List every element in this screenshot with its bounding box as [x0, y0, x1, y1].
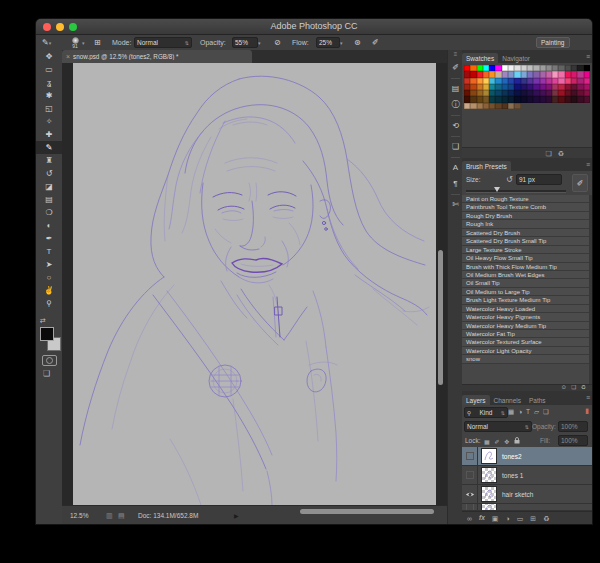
layer-opacity-field[interactable]: 100%	[558, 421, 588, 432]
airbrush-button[interactable]: ⊛	[354, 35, 361, 50]
panel-menu-icon[interactable]: ≡	[586, 53, 590, 60]
filter-shape-layers-icon[interactable]: ▱	[534, 408, 539, 415]
brush-preset-item[interactable]: snow	[462, 355, 592, 363]
brush-preset-item[interactable]: Rough Dry Brush	[462, 212, 592, 220]
add-layer-mask-icon[interactable]: ▣	[492, 515, 499, 522]
delete-brush-icon[interactable]: ♻	[581, 385, 586, 391]
layer-row-tones2[interactable]: tones2	[462, 447, 592, 466]
panel-menu-icon[interactable]: ≡	[586, 394, 590, 401]
tab-navigator[interactable]: Navigator	[498, 53, 534, 63]
brush-size-field[interactable]: 91 px	[516, 174, 562, 185]
layer-comps-panel-icon[interactable]: ❏	[448, 139, 463, 155]
brush-preset-item[interactable]: Oil Medium Brush Wet Edges	[462, 271, 592, 279]
brush-preset-item[interactable]: Watercolor Fat Tip	[462, 330, 592, 338]
shape-tool[interactable]: ○	[36, 271, 62, 284]
filter-pixel-layers-icon[interactable]: ▦	[508, 408, 514, 415]
layer-effects-icon[interactable]: fx	[479, 515, 485, 522]
brush-settings-panel-icon[interactable]: ✐	[448, 60, 463, 76]
brush-preset-item[interactable]: Oil Medium to Large Tip	[462, 288, 592, 296]
zoom-level-field[interactable]: 12.5%	[70, 506, 88, 524]
blur-tool[interactable]: ❍	[36, 206, 62, 219]
layer-name[interactable]: tones2	[502, 453, 522, 460]
layer-thumbnail[interactable]	[481, 486, 497, 502]
delete-swatch-icon[interactable]: ♻	[558, 150, 564, 157]
layer-row-tones-1[interactable]: tones 1	[462, 466, 592, 485]
brush-tool[interactable]: ✎	[36, 141, 62, 154]
new-adjustment-layer-icon[interactable]: ◑	[505, 515, 509, 522]
reset-size-icon[interactable]: ↺	[506, 175, 513, 184]
layer-thumbnail[interactable]	[481, 448, 497, 464]
canvas-document[interactable]	[73, 63, 436, 505]
layer-row-hair-sketch[interactable]: hair sketch	[462, 485, 592, 504]
layer-name[interactable]: tones 1	[502, 472, 523, 479]
flow-field[interactable]: 25% ▾	[316, 38, 343, 47]
brush-preset-item[interactable]: Large Texture Stroke	[462, 246, 592, 254]
tool-preset-picker[interactable]: ✎ ▾	[42, 35, 51, 50]
swatch[interactable]	[584, 96, 590, 102]
visibility-toggle[interactable]	[462, 485, 478, 504]
zoom-tool[interactable]: ⚲	[36, 297, 62, 310]
brush-preset-item[interactable]: Scattered Dry Brush Small Tip	[462, 237, 592, 245]
brush-preset-item[interactable]: Oil Heavy Flow Small Tip	[462, 254, 592, 262]
close-icon[interactable]: ×	[66, 53, 70, 60]
new-layer-icon[interactable]: ⊞	[530, 515, 536, 522]
dodge-tool[interactable]: ◐	[36, 219, 62, 232]
paragraph-panel-icon[interactable]: ¶	[448, 176, 463, 192]
brush-preset-item[interactable]: Watercolor Light Opacity	[462, 347, 592, 355]
foreground-color-well[interactable]	[40, 327, 54, 341]
lock-transparency-icon[interactable]: ▦	[484, 439, 490, 445]
brush-preset-item[interactable]: Oil Small Tip	[462, 279, 592, 287]
screen-mode-button[interactable]: ❏	[43, 369, 50, 378]
filter-type-layers-icon[interactable]: T	[526, 408, 530, 415]
swap-colors-icon[interactable]: ⇄	[40, 317, 46, 325]
document-tab[interactable]: × snow.psd @ 12.5% (tones2, RGB/8) *	[62, 50, 252, 63]
layer-name[interactable]: hair sketch	[502, 491, 533, 498]
toggle-brush-panel-icon[interactable]: ✐	[572, 174, 588, 192]
dock-collapse-icon[interactable]: ≡	[448, 51, 463, 57]
brush-preset-item[interactable]: Rough Ink	[462, 220, 592, 228]
layer-thumbnail[interactable]	[481, 504, 497, 511]
brush-preset-item[interactable]: Paintbrush Tool Texture Comb	[462, 203, 592, 211]
panel-menu-icon[interactable]: ≡	[586, 161, 590, 168]
path-selection-tool[interactable]: ➤	[36, 258, 62, 271]
filter-kind-select[interactable]: ⚲ Kind ⇅	[464, 407, 508, 418]
new-brush-icon[interactable]: ❏	[571, 385, 576, 391]
gradient-tool[interactable]: ▤	[36, 193, 62, 206]
vertical-scrollbar[interactable]	[438, 250, 443, 385]
filter-adjustment-layers-icon[interactable]: ◑	[518, 408, 522, 415]
crop-tool[interactable]: ◱	[36, 102, 62, 115]
marquee-tool[interactable]: ▭	[36, 63, 62, 76]
visibility-toggle[interactable]	[462, 447, 478, 466]
open-preset-manager-icon[interactable]: ⊙	[562, 385, 567, 391]
lock-all-icon[interactable]	[514, 437, 520, 444]
link-layers-icon[interactable]: ∞	[467, 515, 472, 522]
lock-pixels-icon[interactable]: ✐	[494, 439, 499, 445]
quick-selection-tool[interactable]: ✱	[36, 89, 62, 102]
brush-preset-item[interactable]: Watercolor Textured Surface	[462, 338, 592, 346]
tab-swatches[interactable]: Swatches	[462, 53, 498, 63]
pressure-opacity-button[interactable]: ⊘	[274, 35, 281, 50]
history-brush-tool[interactable]: ↺	[36, 167, 62, 180]
blend-mode-select[interactable]: Normal ⇅	[134, 38, 192, 47]
layer-thumbnail[interactable]	[481, 467, 497, 483]
brush-preset-item[interactable]: Watercolor Heavy Pigments	[462, 313, 592, 321]
character-panel-icon[interactable]: A	[448, 160, 463, 176]
brush-preset-item[interactable]: Brush Light Texture Medium Tip	[462, 296, 592, 304]
healing-brush-tool[interactable]: ✚	[36, 128, 62, 141]
brush-preset-item[interactable]: Brush with Thick Flow Medium Tip	[462, 263, 592, 271]
quick-mask-button[interactable]	[42, 355, 57, 366]
toggle-brush-panel-button[interactable]: ⊞	[94, 35, 101, 50]
eraser-tool[interactable]: ◪	[36, 180, 62, 193]
clone-stamp-tool[interactable]: ♜	[36, 154, 62, 167]
layer-row-partial[interactable]	[462, 504, 592, 511]
brush-preset-item[interactable]: Scattered Dry Brush	[462, 229, 592, 237]
pressure-size-button[interactable]: ✐	[372, 35, 379, 50]
type-tool[interactable]: T	[36, 245, 62, 258]
tab-paths[interactable]: Paths	[525, 395, 550, 405]
tab-channels[interactable]: Channels	[490, 395, 525, 405]
visibility-toggle[interactable]	[462, 466, 478, 485]
layer-blend-mode-select[interactable]: Normal ⇅	[464, 421, 532, 432]
horizontal-scrollbar[interactable]	[300, 509, 434, 514]
workspace-switcher[interactable]: Painting	[536, 35, 570, 50]
filter-smart-objects-icon[interactable]: ❏	[543, 408, 549, 415]
